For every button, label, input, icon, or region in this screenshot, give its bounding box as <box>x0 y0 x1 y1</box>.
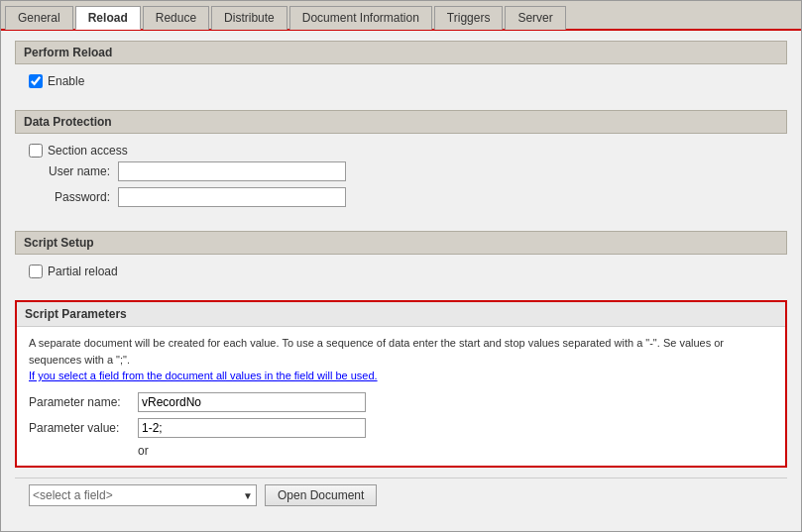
enable-row: Enable <box>29 74 773 88</box>
tab-distribute[interactable]: Distribute <box>211 6 287 30</box>
description: A separate document will be created for … <box>29 335 773 384</box>
tab-reload[interactable]: Reload <box>75 6 141 30</box>
tab-general[interactable]: General <box>5 6 73 30</box>
script-parameters-content: A separate document will be created for … <box>17 327 785 466</box>
tab-document-information[interactable]: Document Information <box>289 6 432 30</box>
tab-bar: General Reload Reduce Distribute Documen… <box>1 1 801 31</box>
bottom-bar: <select a field> ▼ Open Document <box>15 478 787 512</box>
script-setup-section: Script Setup Partial reload <box>15 231 787 290</box>
enable-checkbox[interactable] <box>29 74 43 88</box>
tab-triggers[interactable]: Triggers <box>434 6 504 30</box>
data-protection-section: Data Protection Section access User name… <box>15 110 787 221</box>
open-document-button[interactable]: Open Document <box>265 484 377 506</box>
data-protection-content: Section access User name: Password: <box>15 140 787 221</box>
username-input[interactable] <box>118 161 346 181</box>
tab-content: Perform Reload Enable Data Protection Se… <box>1 31 801 522</box>
section-access-checkbox[interactable] <box>29 144 43 158</box>
param-name-input[interactable] <box>138 392 366 412</box>
partial-reload-label: Partial reload <box>48 265 118 278</box>
password-input[interactable] <box>118 187 346 207</box>
script-parameters-header: Script Parameters <box>17 302 785 327</box>
data-protection-header: Data Protection <box>15 110 787 134</box>
script-setup-content: Partial reload <box>15 261 787 290</box>
password-row: Password: <box>29 187 773 207</box>
script-setup-header: Script Setup <box>15 231 787 255</box>
section-access-label: Section access <box>48 144 128 158</box>
tab-server[interactable]: Server <box>505 6 565 30</box>
username-row: User name: <box>29 161 773 181</box>
param-value-row: Parameter value: <box>29 418 773 438</box>
password-label: Password: <box>29 190 118 204</box>
param-name-label: Parameter name: <box>29 395 138 409</box>
script-parameters-section: Script Parameters A separate document wi… <box>15 300 787 468</box>
description-highlight: If you select a field from the document … <box>29 370 378 381</box>
enable-label: Enable <box>48 74 84 88</box>
username-label: User name: <box>29 164 118 178</box>
main-window: General Reload Reduce Distribute Documen… <box>0 0 802 532</box>
param-value-input[interactable] <box>138 418 366 438</box>
partial-reload-row: Partial reload <box>29 265 773 278</box>
tab-reduce[interactable]: Reduce <box>143 6 209 30</box>
select-field-dropdown[interactable]: <select a field> <box>29 484 257 506</box>
param-name-row: Parameter name: <box>29 392 773 412</box>
perform-reload-header: Perform Reload <box>15 41 787 64</box>
or-text: or <box>29 444 773 458</box>
perform-reload-content: Enable <box>15 70 787 100</box>
perform-reload-section: Perform Reload Enable <box>15 41 787 100</box>
partial-reload-checkbox[interactable] <box>29 265 43 278</box>
select-field-wrapper: <select a field> ▼ <box>29 484 257 506</box>
param-value-label: Parameter value: <box>29 421 138 435</box>
section-access-row: Section access <box>29 144 773 158</box>
